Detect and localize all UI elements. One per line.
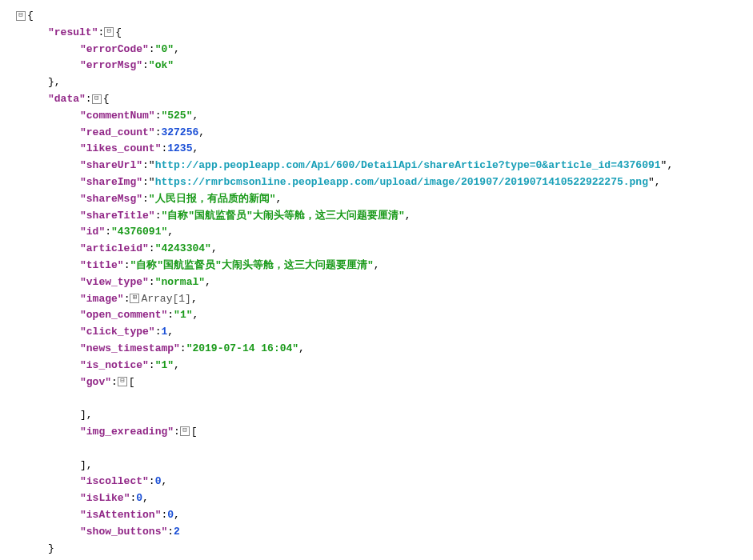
json-key: shareMsg bbox=[86, 193, 136, 205]
collapse-icon[interactable]: ⊟ bbox=[16, 11, 26, 21]
json-key: likes_count bbox=[86, 142, 155, 154]
json-line: "likes_count":1235, bbox=[16, 141, 745, 158]
json-value: 自称"国航监督员"大闹头等舱，这三大问题要厘清 bbox=[136, 259, 367, 271]
json-line: "iscollect":0, bbox=[16, 474, 745, 490]
json-value: 1 bbox=[180, 309, 186, 321]
json-key: title bbox=[86, 259, 118, 271]
json-value: 1 bbox=[161, 359, 167, 371]
json-key: news_timestamp bbox=[86, 342, 174, 354]
json-value: 2 bbox=[174, 526, 180, 538]
json-key: commentNum bbox=[86, 110, 149, 122]
json-line: "errorCode":"0", bbox=[16, 42, 745, 58]
json-value: 525 bbox=[167, 110, 186, 122]
json-line: "shareTitle":"自称"国航监督员"大闹头等舱，这三大问题要厘清", bbox=[16, 208, 745, 225]
json-line: "read_count":327256, bbox=[16, 125, 745, 142]
json-key: data bbox=[54, 93, 79, 105]
json-line: ], bbox=[16, 407, 745, 424]
json-key: articleid bbox=[86, 242, 142, 254]
json-line: "show_buttons":2 bbox=[16, 524, 745, 541]
json-line: "click_type":1, bbox=[16, 324, 745, 341]
json-key: show_buttons bbox=[86, 526, 162, 538]
json-value: 0 bbox=[161, 43, 167, 55]
json-line: "isAttention":0, bbox=[16, 507, 745, 524]
json-key: img_exreading bbox=[86, 426, 167, 438]
expand-icon[interactable]: ⊞ bbox=[130, 294, 139, 303]
json-viewer: ⊟{ "result":⊟{ "errorCode":"0", "errorMs… bbox=[16, 8, 745, 560]
json-line: "image":⊞Array[1], bbox=[16, 291, 745, 308]
json-value: 4243304 bbox=[161, 242, 205, 254]
collapse-icon[interactable]: ⊟ bbox=[118, 377, 127, 386]
json-line: }, bbox=[16, 74, 745, 91]
json-value: 0 bbox=[136, 492, 142, 504]
json-line: ⊟{ bbox=[16, 8, 745, 25]
json-key: isAttention bbox=[86, 509, 155, 521]
json-line: "gov":⊟[ bbox=[16, 374, 745, 391]
json-value: normal bbox=[161, 276, 198, 288]
json-line: "data":⊟{ bbox=[16, 91, 745, 108]
json-line: "is_notice":"1", bbox=[16, 358, 745, 374]
json-line: "shareImg":"https://rmrbcmsonline.people… bbox=[16, 174, 745, 191]
json-value: 自称"国航监督员"大闹头等舱，这三大问题要厘清 bbox=[167, 210, 399, 222]
json-key: click_type bbox=[86, 326, 149, 338]
json-line: "view_type":"normal", bbox=[16, 274, 745, 291]
json-value: 327256 bbox=[161, 126, 198, 138]
json-line: "shareMsg":"人民日报，有品质的新闻", bbox=[16, 191, 745, 208]
json-key: image bbox=[86, 293, 118, 305]
json-value: 4376091 bbox=[118, 226, 162, 238]
json-key: shareImg bbox=[86, 176, 136, 188]
json-key: errorCode bbox=[86, 43, 142, 55]
json-line: } bbox=[16, 541, 745, 558]
json-line: "shareUrl":"http://app.peopleapp.com/Api… bbox=[16, 158, 745, 174]
json-key: result bbox=[54, 26, 92, 38]
json-key: id bbox=[86, 226, 99, 238]
json-line: "news_timestamp":"2019-07-14 16:04", bbox=[16, 341, 745, 358]
json-value: 0 bbox=[167, 509, 174, 521]
json-line: "title":"自称"国航监督员"大闹头等舱，这三大问题要厘清", bbox=[16, 258, 745, 274]
json-line: ], bbox=[16, 458, 745, 474]
json-line: "id":"4376091", bbox=[16, 224, 745, 241]
json-key: iscollect bbox=[86, 475, 142, 487]
json-line bbox=[16, 390, 745, 407]
json-value: 人民日报，有品质的新闻 bbox=[155, 193, 270, 205]
json-key: shareUrl bbox=[86, 159, 136, 171]
json-line: "result":⊟{ bbox=[16, 25, 745, 42]
json-value: Array[1] bbox=[141, 293, 190, 305]
json-key: read_count bbox=[86, 126, 149, 138]
json-value: 1235 bbox=[167, 142, 192, 154]
json-line bbox=[16, 441, 745, 458]
json-key: shareTitle bbox=[86, 210, 149, 222]
json-value: http://app.peopleapp.com/Api/600/DetailA… bbox=[155, 159, 661, 171]
json-line: "errorMsg":"ok" bbox=[16, 58, 745, 74]
json-key: view_type bbox=[86, 276, 142, 288]
json-line: "img_exreading":⊟[ bbox=[16, 424, 745, 441]
json-value: ok bbox=[155, 59, 168, 71]
collapse-icon[interactable]: ⊟ bbox=[92, 94, 102, 104]
json-line: "articleid":"4243304", bbox=[16, 241, 745, 258]
collapse-icon[interactable]: ⊟ bbox=[104, 27, 114, 37]
json-key: open_comment bbox=[86, 309, 162, 321]
json-key: errorMsg bbox=[86, 59, 136, 71]
collapse-icon[interactable]: ⊟ bbox=[180, 426, 190, 436]
json-line: "open_comment":"1", bbox=[16, 307, 745, 324]
json-value: https://rmrbcmsonline.peopleapp.com/uplo… bbox=[155, 176, 648, 188]
json-key: gov bbox=[86, 376, 105, 388]
json-line: } bbox=[16, 557, 745, 560]
json-line: "commentNum":"525", bbox=[16, 108, 745, 125]
json-value: 2019-07-14 16:04 bbox=[192, 342, 292, 354]
json-key: is_notice bbox=[86, 359, 142, 371]
json-key: isLike bbox=[86, 492, 124, 504]
json-line: "isLike":0, bbox=[16, 490, 745, 507]
